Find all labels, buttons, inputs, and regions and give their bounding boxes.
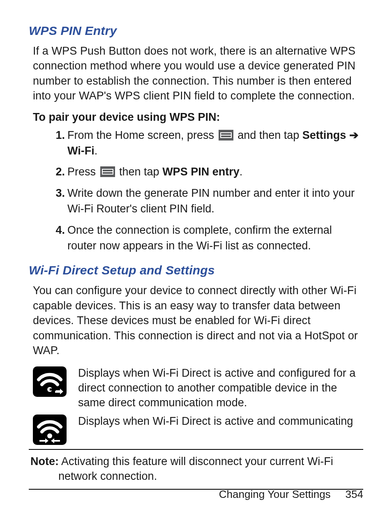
wps-pin-entry-label: WPS PIN entry xyxy=(162,166,240,178)
settings-label: Settings xyxy=(302,129,346,141)
wifi-direct-heading: Wi-Fi Direct Setup and Settings xyxy=(29,263,363,277)
step-number: 4. xyxy=(48,223,65,238)
step-2: 2. Press then tap WPS PIN entry. xyxy=(53,164,363,180)
note-block: Note: Activating this feature will disco… xyxy=(29,449,363,490)
note-text-line2: network connection. xyxy=(30,469,362,484)
note-label: Note: xyxy=(30,455,59,468)
menu-icon xyxy=(100,166,115,177)
step-text: and then tap xyxy=(238,129,302,141)
wifi-label: Wi-Fi xyxy=(67,145,95,157)
step-text: Press xyxy=(67,166,99,178)
wifi-direct-intro: You can configure your device to connect… xyxy=(33,283,363,358)
arrow-icon: ➔ xyxy=(346,129,359,141)
footer-chapter: Changing Your Settings xyxy=(219,488,331,501)
manual-page: WPS PIN Entry If a WPS Push Button does … xyxy=(0,0,392,532)
step-text: Once the connection is complete, confirm… xyxy=(67,224,332,252)
wps-intro-paragraph: If a WPS Push Button does not work, ther… xyxy=(33,44,363,104)
step-4: 4. Once the connection is complete, conf… xyxy=(53,223,363,254)
wifi-direct-icon-table: Displays when Wi-Fi Direct is active and… xyxy=(33,366,363,445)
step-text: then tap xyxy=(119,166,162,178)
wifi-direct-row-1: Displays when Wi-Fi Direct is active and… xyxy=(33,366,363,410)
footer-page-number: 354 xyxy=(346,488,363,501)
wifi-direct-communicating-icon xyxy=(33,414,70,445)
svg-point-9 xyxy=(47,433,52,438)
note-text-line1: Activating this feature will disconnect … xyxy=(59,455,333,468)
step-1: 1. From the Home screen, press and then … xyxy=(53,128,363,159)
step-text: From the Home screen, press xyxy=(67,129,217,141)
step-number: 2. xyxy=(48,164,65,180)
wifi-direct-communicating-desc: Displays when Wi-Fi Direct is active and… xyxy=(78,414,363,428)
wifi-direct-configured-icon xyxy=(33,366,70,397)
step-number: 1. xyxy=(48,128,65,143)
wifi-direct-row-2: Displays when Wi-Fi Direct is active and… xyxy=(33,414,363,445)
wifi-direct-configured-desc: Displays when Wi-Fi Direct is active and… xyxy=(78,366,363,410)
wps-steps-list: 1. From the Home screen, press and then … xyxy=(29,128,363,254)
svg-rect-8 xyxy=(33,415,67,445)
step-3: 3. Write down the generate PIN number an… xyxy=(53,186,363,217)
step-text: Write down the generate PIN number and e… xyxy=(67,187,355,215)
wps-pin-entry-heading: WPS PIN Entry xyxy=(29,24,363,38)
step-number: 3. xyxy=(48,186,65,201)
menu-icon xyxy=(219,130,233,140)
pair-device-subheading: To pair your device using WPS PIN: xyxy=(33,111,363,124)
page-footer: Changing Your Settings 354 xyxy=(219,488,363,501)
